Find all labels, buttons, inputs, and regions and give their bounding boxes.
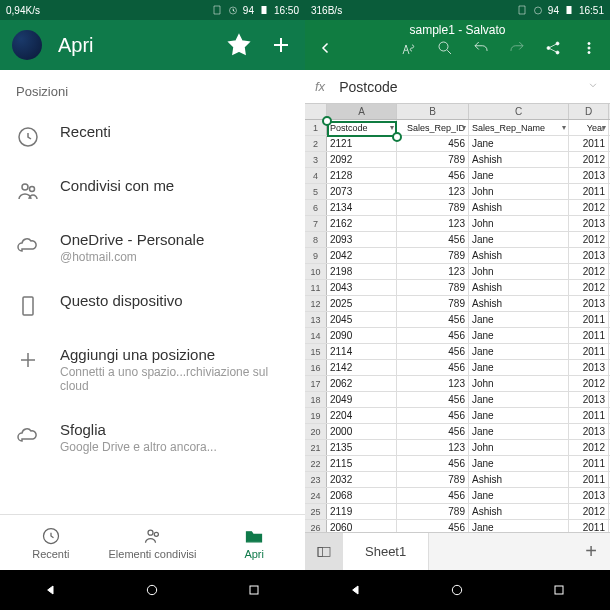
search-icon[interactable] — [436, 39, 454, 57]
cell[interactable]: 2013 — [569, 360, 609, 375]
cell[interactable]: 456 — [397, 344, 469, 359]
colhead-A[interactable]: A — [327, 104, 397, 119]
cell[interactable]: 2011 — [569, 520, 609, 532]
cell[interactable]: 2013 — [569, 216, 609, 231]
cell[interactable]: 456 — [397, 232, 469, 247]
cell[interactable]: 456 — [397, 328, 469, 343]
item-recent[interactable]: Recenti — [0, 109, 305, 163]
cell[interactable]: 456 — [397, 408, 469, 423]
cell[interactable]: 789 — [397, 504, 469, 519]
cell[interactable]: 2013 — [569, 488, 609, 503]
cell[interactable]: 123 — [397, 216, 469, 231]
rowhead[interactable]: 23 — [305, 472, 327, 487]
cell[interactable]: 2162 — [327, 216, 397, 231]
cell[interactable]: 2012 — [569, 376, 609, 391]
header-cell[interactable]: Sales_Rep_Name — [469, 120, 569, 135]
cell[interactable]: 2011 — [569, 184, 609, 199]
cell[interactable]: 456 — [397, 360, 469, 375]
cell[interactable]: 2011 — [569, 136, 609, 151]
cell[interactable]: Ashish — [469, 152, 569, 167]
rowhead[interactable]: 16 — [305, 360, 327, 375]
rowhead[interactable]: 21 — [305, 440, 327, 455]
premium-icon[interactable] — [227, 33, 251, 57]
cell[interactable]: 2012 — [569, 440, 609, 455]
rowhead[interactable]: 11 — [305, 280, 327, 295]
cell[interactable]: 2011 — [569, 328, 609, 343]
cell[interactable]: 2119 — [327, 504, 397, 519]
cell[interactable]: 2204 — [327, 408, 397, 423]
cell[interactable]: 789 — [397, 280, 469, 295]
cell[interactable]: 2000 — [327, 424, 397, 439]
cell[interactable]: 2013 — [569, 248, 609, 263]
cell[interactable]: 2013 — [569, 296, 609, 311]
back-icon[interactable] — [317, 39, 335, 57]
rowhead[interactable]: 24 — [305, 488, 327, 503]
rowhead[interactable]: 10 — [305, 264, 327, 279]
draw-icon[interactable] — [400, 39, 418, 57]
cell[interactable]: 2025 — [327, 296, 397, 311]
rowhead[interactable]: 15 — [305, 344, 327, 359]
cell[interactable]: 456 — [397, 488, 469, 503]
cell[interactable]: Ashish — [469, 504, 569, 519]
cell[interactable]: 2012 — [569, 200, 609, 215]
redo-icon[interactable] — [508, 39, 526, 57]
nav-open[interactable]: Apri — [203, 515, 305, 570]
cell[interactable]: 2043 — [327, 280, 397, 295]
add-sheet-icon[interactable]: + — [572, 540, 610, 563]
rowhead[interactable]: 6 — [305, 200, 327, 215]
header-cell[interactable]: Postcode — [327, 120, 397, 135]
cell[interactable]: Jane — [469, 488, 569, 503]
cell[interactable]: 2115 — [327, 456, 397, 471]
formula-bar[interactable]: fx Postcode — [305, 70, 610, 104]
cell[interactable]: 456 — [397, 312, 469, 327]
cell[interactable]: 123 — [397, 264, 469, 279]
cell[interactable]: Jane — [469, 392, 569, 407]
cell[interactable]: 789 — [397, 152, 469, 167]
rowhead[interactable]: 5 — [305, 184, 327, 199]
cell[interactable]: Jane — [469, 136, 569, 151]
sheet-tab[interactable]: Sheet1 — [343, 533, 429, 570]
sheets-menu-icon[interactable] — [305, 533, 343, 571]
cell[interactable]: 2135 — [327, 440, 397, 455]
more-icon[interactable] — [580, 39, 598, 57]
rowhead[interactable]: 8 — [305, 232, 327, 247]
colhead-D[interactable]: D — [569, 104, 609, 119]
item-device[interactable]: Questo dispositivo — [0, 278, 305, 332]
cell[interactable]: 2012 — [569, 504, 609, 519]
rowhead[interactable]: 26 — [305, 520, 327, 532]
rowhead[interactable]: 9 — [305, 248, 327, 263]
cell[interactable]: 2134 — [327, 200, 397, 215]
cell[interactable]: 2012 — [569, 264, 609, 279]
back-icon[interactable] — [348, 582, 364, 598]
cell[interactable]: Jane — [469, 408, 569, 423]
nav-recent[interactable]: Recenti — [0, 515, 102, 570]
cell[interactable]: Jane — [469, 456, 569, 471]
rowhead[interactable]: 7 — [305, 216, 327, 231]
cell[interactable]: Jane — [469, 168, 569, 183]
header-cell[interactable]: Year — [569, 120, 609, 135]
colhead-B[interactable]: B — [397, 104, 469, 119]
undo-icon[interactable] — [472, 39, 490, 57]
cell[interactable]: 2011 — [569, 312, 609, 327]
cell[interactable]: 2114 — [327, 344, 397, 359]
cell[interactable]: 2142 — [327, 360, 397, 375]
cell[interactable]: 2068 — [327, 488, 397, 503]
rowhead[interactable]: 14 — [305, 328, 327, 343]
cell[interactable]: 456 — [397, 136, 469, 151]
item-add-place[interactable]: Aggiungi una posizioneConnetti a uno spa… — [0, 332, 305, 407]
recents-icon[interactable] — [246, 582, 262, 598]
cell[interactable]: 2128 — [327, 168, 397, 183]
item-shared[interactable]: Condivisi con me — [0, 163, 305, 217]
cell[interactable]: 2060 — [327, 520, 397, 532]
cell[interactable]: 2011 — [569, 456, 609, 471]
cell[interactable]: Jane — [469, 344, 569, 359]
rowhead[interactable]: 4 — [305, 168, 327, 183]
item-onedrive[interactable]: OneDrive - Personale@hotmail.com — [0, 217, 305, 278]
cell[interactable]: 2093 — [327, 232, 397, 247]
cell[interactable]: 789 — [397, 200, 469, 215]
cell[interactable]: 2011 — [569, 408, 609, 423]
rowhead[interactable]: 19 — [305, 408, 327, 423]
cell[interactable]: 2121 — [327, 136, 397, 151]
recents-icon[interactable] — [551, 582, 567, 598]
cell[interactable]: 123 — [397, 184, 469, 199]
